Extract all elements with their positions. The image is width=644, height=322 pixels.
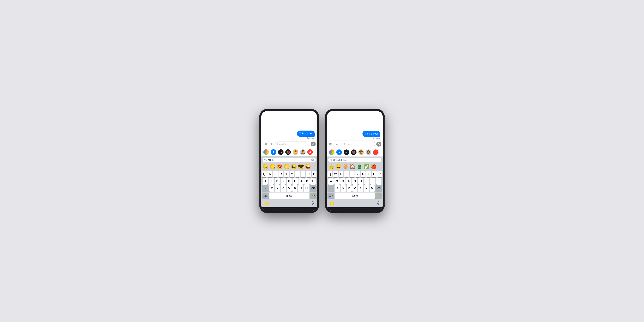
memoji2-icon-left[interactable]: 🧑‍🎤 (300, 149, 306, 155)
key-N-right[interactable]: N (364, 185, 369, 192)
key-X-right[interactable]: X (341, 185, 346, 192)
emoji-result-3-left[interactable]: 😁 (284, 164, 290, 170)
key-delete-left[interactable]: ⌫ (310, 185, 316, 192)
appstore-button-left[interactable] (269, 142, 274, 146)
emoji-search-input-left[interactable] (268, 158, 310, 161)
key-S-left[interactable]: S (269, 178, 274, 184)
key-K-left[interactable]: K (304, 178, 310, 184)
key-R-right[interactable]: R (344, 171, 349, 178)
key-space-right[interactable]: space (335, 192, 375, 199)
key-R-left[interactable]: R (278, 171, 283, 178)
key-X-left[interactable]: X (275, 185, 280, 192)
key-123-left[interactable]: 123 (262, 192, 268, 199)
key-M-right[interactable]: M (370, 185, 375, 192)
photos-icon-left[interactable] (263, 149, 269, 155)
key-T-right[interactable]: T (350, 171, 354, 178)
emoji-button-left[interactable]: 🙂 (264, 202, 269, 206)
emoji-result-2-left[interactable]: 😍 (277, 164, 283, 170)
search-icon-right[interactable] (373, 150, 378, 155)
key-O-right[interactable]: O (372, 171, 376, 178)
applepay-icon-right[interactable]: Pay (344, 150, 349, 155)
voice-button-right[interactable] (376, 142, 381, 146)
camera-button-left[interactable] (263, 142, 268, 146)
emoji-search-bar-right[interactable]: 🔍 (328, 158, 381, 162)
key-U-right[interactable]: U (361, 171, 366, 178)
key-Y-left[interactable]: Y (290, 171, 294, 178)
key-Q-left[interactable]: Q (262, 171, 266, 178)
key-I-right[interactable]: I (366, 171, 371, 178)
mic-button-left[interactable] (311, 201, 314, 206)
key-M-left[interactable]: M (304, 185, 309, 192)
camera-button-right[interactable] (328, 142, 333, 146)
key-Q-right[interactable]: Q (328, 171, 332, 178)
fitness-icon-left[interactable] (285, 149, 291, 155)
key-B-right[interactable]: B (358, 185, 363, 192)
key-G-right[interactable]: G (352, 178, 358, 184)
key-S-right[interactable]: S (334, 178, 340, 184)
key-N-left[interactable]: N (298, 185, 303, 192)
key-emoji-switch-left[interactable]: 🙂↕️ (310, 192, 316, 199)
emoji-result-0-left[interactable]: 😊 (263, 164, 269, 170)
key-G-left[interactable]: G (286, 178, 292, 184)
emoji-result-1-left[interactable]: 😘 (270, 164, 276, 170)
key-Z-left[interactable]: Z (269, 185, 274, 192)
appstore-icon-left[interactable] (271, 149, 276, 155)
clear-search-button-left[interactable]: ✕ (311, 158, 314, 161)
fitness-icon-right[interactable] (351, 150, 356, 155)
key-P-left[interactable]: P (312, 171, 316, 178)
key-W-left[interactable]: W (267, 171, 272, 178)
key-shift-right[interactable]: ⇧ (328, 185, 334, 192)
emoji-result-4-right[interactable]: 🎄 (356, 164, 362, 170)
key-V-left[interactable]: V (287, 185, 292, 192)
emoji-result-5-right[interactable]: ✅ (364, 164, 370, 170)
key-U-left[interactable]: U (295, 171, 300, 178)
emoji-result-0-right[interactable]: 👍 (328, 164, 334, 170)
emoji-result-6-left[interactable]: 😜 (305, 164, 311, 170)
key-A-right[interactable]: A (328, 178, 334, 184)
key-emoji-switch-right[interactable]: 🙂↕️ (376, 192, 382, 199)
key-F-right[interactable]: F (346, 178, 352, 184)
key-C-right[interactable]: C (346, 185, 352, 192)
emoji-search-input-right[interactable] (333, 159, 380, 161)
key-C-left[interactable]: C (281, 185, 286, 192)
key-L-right[interactable]: L (376, 178, 381, 184)
key-A-left[interactable]: A (263, 178, 268, 184)
emoji-result-1-right[interactable]: 😀 (336, 164, 342, 170)
key-W-right[interactable]: W (333, 171, 338, 178)
key-H-right[interactable]: H (358, 178, 364, 184)
key-F-left[interactable]: F (280, 178, 286, 184)
key-E-right[interactable]: E (339, 171, 344, 178)
key-V-right[interactable]: V (352, 185, 358, 192)
emoji-result-6-right[interactable]: 🍎 (370, 164, 377, 170)
photos-icon-right[interactable] (329, 150, 334, 155)
key-123-right[interactable]: 123 (328, 192, 334, 199)
key-B-left[interactable]: B (292, 185, 298, 192)
key-D-right[interactable]: D (340, 178, 346, 184)
appstore-icon-right[interactable] (336, 150, 342, 155)
memoji1-icon-right[interactable]: 🤠 (358, 150, 364, 155)
emoji-result-3-right[interactable]: 🏠 (350, 164, 356, 170)
emoji-result-5-left[interactable]: 😎 (298, 164, 304, 170)
mic-button-right[interactable] (377, 201, 380, 206)
key-space-left[interactable]: space (269, 192, 309, 199)
key-J-left[interactable]: J (298, 178, 304, 184)
key-Z-right[interactable]: Z (335, 185, 340, 192)
memoji2-icon-right[interactable]: 🧑‍🎤 (366, 150, 371, 155)
key-P-right[interactable]: P (378, 171, 382, 178)
key-delete-right[interactable]: ⌫ (376, 185, 382, 192)
emoji-result-2-right[interactable]: 🥚 (342, 164, 348, 170)
key-K-right[interactable]: K (370, 178, 375, 184)
key-L-left[interactable]: L (310, 178, 316, 184)
emoji-result-4-left[interactable]: 😆 (291, 164, 297, 170)
key-H-left[interactable]: H (292, 178, 298, 184)
memoji1-icon-left[interactable]: 🤠 (293, 149, 298, 155)
key-shift-left[interactable]: ⇧ (262, 185, 268, 192)
message-input-right[interactable]: Message (341, 142, 375, 146)
key-J-right[interactable]: J (364, 178, 369, 184)
search-icon-left[interactable] (307, 149, 313, 155)
key-O-left[interactable]: O (306, 171, 311, 178)
applepay-icon-left[interactable]: Pay (278, 149, 284, 155)
appstore-button-right[interactable] (334, 142, 340, 146)
emoji-search-bar-left[interactable]: 🔍 ✕ (263, 158, 316, 162)
key-T-left[interactable]: T (284, 171, 289, 178)
